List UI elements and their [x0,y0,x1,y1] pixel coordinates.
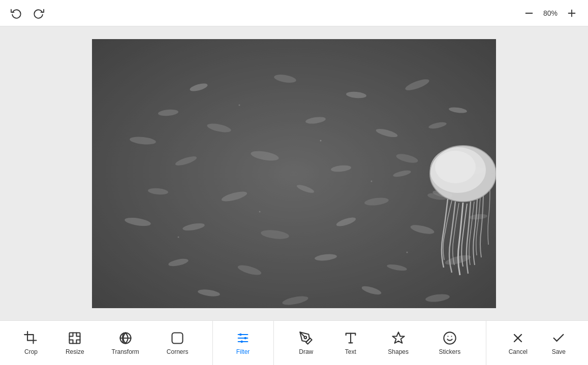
svg-point-49 [259,211,261,212]
svg-point-48 [320,140,322,141]
photo-canvas [92,39,496,308]
svg-point-47 [239,104,240,106]
filter-label: Filter [236,348,250,355]
text-icon [344,331,358,345]
canvas-area [0,26,588,320]
resize-label: Resize [66,348,84,355]
corners-label: Corners [167,348,189,355]
shapes-tool[interactable]: Shapes [382,327,415,359]
shapes-icon [391,331,406,345]
svg-rect-56 [172,333,183,343]
cancel-label: Cancel [509,348,528,355]
shapes-label: Shapes [388,348,409,355]
stickers-icon [443,331,457,345]
cancel-tool[interactable]: Cancel [503,327,534,359]
svg-point-45 [435,151,476,183]
svg-point-62 [240,340,243,343]
transform-label: Transform [112,348,139,355]
crop-tool[interactable]: Crop [18,327,44,359]
filter-group: Filter [213,321,274,365]
crop-icon [24,331,38,345]
zoom-in-button[interactable] [564,5,580,21]
save-tool[interactable]: Save [545,327,572,359]
svg-point-50 [371,180,373,182]
transform-tools-group: Crop Resize [0,321,213,365]
save-label: Save [552,348,566,355]
filter-icon [236,331,250,345]
crop-label: Crop [24,348,38,355]
draw-icon [299,331,313,345]
resize-tool[interactable]: Resize [59,327,90,359]
transform-tool[interactable]: Transform [106,327,145,359]
stickers-tool[interactable]: Stickers [433,327,467,359]
edit-tools-group: Draw Text Shapes [274,321,487,365]
svg-rect-53 [70,333,80,343]
save-icon [551,331,566,345]
svg-point-52 [407,251,408,253]
top-toolbar: 80% [0,0,588,26]
undo-button[interactable] [8,5,24,21]
bottom-toolbar: Crop Resize [0,320,588,365]
svg-point-63 [304,336,307,339]
action-buttons-group: Cancel Save [486,321,588,365]
zoom-level-display: 80% [541,9,560,17]
svg-point-60 [239,333,242,336]
redo-button[interactable] [30,5,47,21]
svg-point-51 [178,236,179,238]
cancel-icon [511,331,525,345]
transform-icon [118,331,133,345]
image-container [92,39,496,308]
draw-label: Draw [299,348,313,355]
undo-redo-group [8,5,47,21]
text-tool[interactable]: Text [337,327,364,359]
zoom-controls: 80% [521,5,580,21]
text-label: Text [345,348,356,355]
draw-tool[interactable]: Draw [293,327,319,359]
svg-point-66 [444,332,455,344]
stickers-label: Stickers [439,348,461,355]
svg-point-61 [244,337,246,339]
corners-icon [170,331,184,345]
filter-tool[interactable]: Filter [228,327,258,359]
resize-icon [68,331,82,345]
zoom-out-button[interactable] [521,5,537,21]
corners-tool[interactable]: Corners [161,327,195,359]
